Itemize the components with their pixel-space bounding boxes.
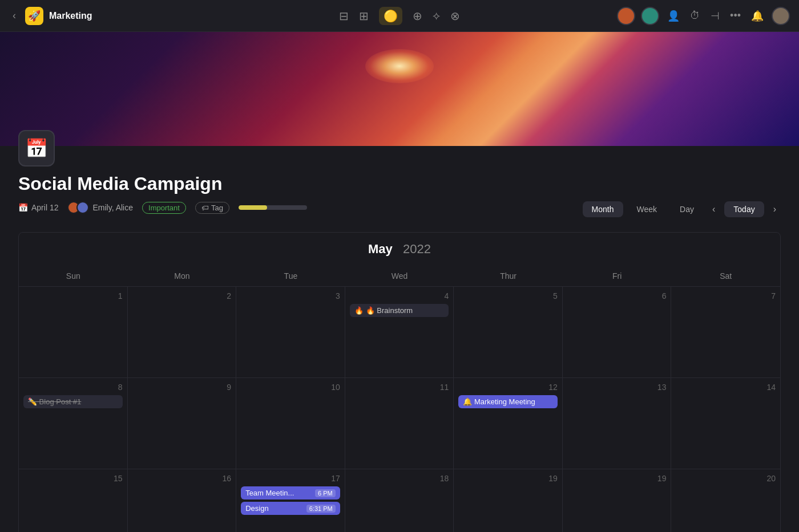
top-navigation: ‹ 🚀 Marketing ⊟ ⊞ 🟡 ⊕ ⟡ ⊗ 👤 ⏱ ⊣ ••• 🔔 bbox=[0, 0, 799, 32]
date-meta: 📅 April 12 bbox=[18, 203, 58, 212]
topnav-left: ‹ 🚀 Marketing bbox=[9, 7, 265, 25]
avatar-user1 bbox=[617, 7, 635, 25]
cal-cell-13: 13 bbox=[563, 378, 672, 469]
app-title: Marketing bbox=[49, 11, 92, 21]
assignees-meta: Emily, Alice bbox=[67, 201, 133, 214]
event-brainstorm[interactable]: 🔥 🔥 Brainstorm bbox=[350, 304, 449, 317]
tag-meta[interactable]: 🏷 Tag bbox=[195, 202, 229, 214]
calendar-header: Sun Mon Tue Wed Thur Fri Sat bbox=[19, 266, 780, 287]
page-banner bbox=[0, 32, 799, 146]
avatar-user2 bbox=[641, 7, 659, 25]
globe-icon[interactable]: ⊕ bbox=[413, 9, 422, 23]
cal-cell-3: 3 bbox=[236, 287, 345, 378]
header-thur: Thur bbox=[454, 266, 563, 286]
cal-cell-4: 4 🔥 🔥 Brainstorm bbox=[345, 287, 454, 378]
avatar-self bbox=[772, 7, 790, 25]
more-icon[interactable]: ••• bbox=[728, 7, 743, 24]
grid-icon[interactable]: ⊞ bbox=[359, 9, 369, 23]
page-icon[interactable]: 📅 bbox=[18, 130, 55, 166]
cal-cell-17: 17 Team Meetin... 6 PM Design 6:31 PM bbox=[236, 469, 345, 532]
progress-meta bbox=[239, 205, 307, 210]
cal-cell-9: 9 bbox=[128, 378, 237, 469]
prev-button[interactable]: ‹ bbox=[708, 202, 720, 217]
topnav-center-icons: ⊟ ⊞ 🟡 ⊕ ⟡ ⊗ bbox=[272, 7, 527, 25]
cal-cell-14: 14 bbox=[671, 378, 780, 469]
calendar-month-title: May 2022 bbox=[19, 233, 780, 266]
view-day-button[interactable]: Day bbox=[671, 201, 703, 217]
cal-cell-19b: 19 bbox=[563, 469, 672, 532]
back-button[interactable]: ‹ bbox=[9, 7, 19, 24]
emoji-icon[interactable]: 🟡 bbox=[379, 7, 402, 25]
view-week-button[interactable]: Week bbox=[628, 201, 667, 217]
cal-cell-7: 7 bbox=[671, 287, 780, 378]
next-button[interactable]: › bbox=[769, 202, 781, 217]
timer-icon[interactable]: ⏱ bbox=[688, 7, 703, 24]
cal-cell-20: 20 bbox=[671, 469, 780, 532]
app-logo: 🚀 bbox=[25, 7, 43, 25]
cal-cell-8: 8 ✏️ Blog Post #1 bbox=[19, 378, 128, 469]
important-tag[interactable]: Important bbox=[142, 202, 186, 214]
page-icon-wrap: 📅 bbox=[18, 130, 55, 166]
add-user-icon[interactable]: 👤 bbox=[665, 7, 682, 25]
tag-icon: 🏷 bbox=[201, 204, 209, 212]
today-button[interactable]: Today bbox=[724, 201, 764, 217]
event-marketing-meeting[interactable]: 🔔 Marketing Meeting bbox=[458, 395, 558, 408]
assignee-avatar-2 bbox=[76, 201, 89, 214]
assignee-avatars bbox=[67, 201, 89, 214]
meta-row: 📅 April 12 Emily, Alice Important 🏷 Tag bbox=[18, 201, 307, 214]
header-sat: Sat bbox=[671, 266, 780, 286]
nodes-icon[interactable]: ⊗ bbox=[450, 9, 460, 23]
cal-cell-10: 10 bbox=[236, 378, 345, 469]
cal-cell-18: 18 bbox=[345, 469, 454, 532]
cal-cell-11: 11 bbox=[345, 378, 454, 469]
calendar-icon: 📅 bbox=[18, 203, 28, 212]
calendar-grid: 1 2 3 4 🔥 🔥 Brainstorm 5 6 7 bbox=[19, 287, 780, 532]
progress-fill bbox=[239, 205, 267, 210]
cal-cell-2: 2 bbox=[128, 287, 237, 378]
cal-cell-1: 1 bbox=[19, 287, 128, 378]
header-wed: Wed bbox=[345, 266, 454, 286]
bell-icon[interactable]: 🔔 bbox=[749, 7, 766, 25]
share-icon[interactable]: ⟡ bbox=[433, 9, 440, 22]
layout-icon[interactable]: ⊟ bbox=[339, 9, 349, 23]
event-team-meeting[interactable]: Team Meetin... 6 PM bbox=[241, 486, 340, 499]
view-month-button[interactable]: Month bbox=[583, 201, 623, 217]
header-mon: Mon bbox=[128, 266, 237, 286]
event-design[interactable]: Design 6:31 PM bbox=[241, 502, 340, 515]
progress-bar bbox=[239, 205, 307, 210]
page-title: Social Media Campaign bbox=[18, 173, 781, 194]
cal-cell-5: 5 bbox=[454, 287, 563, 378]
cal-cell-19: 19 bbox=[454, 469, 563, 532]
cal-cell-15: 15 bbox=[19, 469, 128, 532]
topnav-right: 👤 ⏱ ⊣ ••• 🔔 bbox=[534, 7, 790, 25]
calendar-toolbar: Month Week Day ‹ Today › bbox=[583, 201, 781, 217]
page-content: 📅 Social Media Campaign 📅 April 12 Emily… bbox=[0, 146, 799, 532]
header-sun: Sun bbox=[19, 266, 128, 286]
header-fri: Fri bbox=[563, 266, 672, 286]
calendar: May 2022 Sun Mon Tue Wed Thur Fri Sat 1 … bbox=[18, 232, 781, 532]
event-blog-post[interactable]: ✏️ Blog Post #1 bbox=[23, 395, 123, 408]
cal-cell-6: 6 bbox=[563, 287, 672, 378]
split-icon[interactable]: ⊣ bbox=[708, 7, 722, 25]
cal-cell-16: 16 bbox=[128, 469, 237, 532]
header-tue: Tue bbox=[236, 266, 345, 286]
cal-cell-12: 12 🔔 Marketing Meeting bbox=[454, 378, 563, 469]
